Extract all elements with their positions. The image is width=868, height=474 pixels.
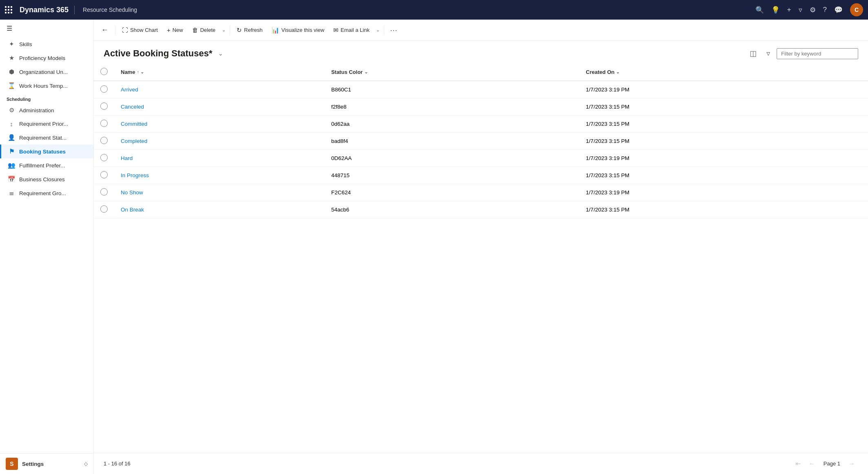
email-dropdown-icon[interactable]: ⌄ — [374, 26, 381, 34]
row-created-on-cell: 1/7/2023 3:15 PM — [579, 167, 868, 184]
content-area: ← ⛶ Show Chart + New 🗑 Delete ⌄ ↻ Refres… — [94, 20, 868, 474]
req-groups-icon: ≣ — [8, 189, 15, 197]
list-title-chevron[interactable]: ⌄ — [218, 50, 223, 57]
help-icon[interactable]: ? — [823, 6, 827, 14]
row-name-link[interactable]: In Progress — [121, 172, 149, 178]
next-page-button[interactable]: → — [845, 458, 858, 469]
sidebar-item-work-hours-templates[interactable]: ⌛ Work Hours Temp... — [0, 79, 93, 93]
row-name-link[interactable]: No Show — [121, 189, 143, 196]
row-select-circle[interactable] — [100, 120, 108, 127]
table-row: In Progress 448715 1/7/2023 3:15 PM — [94, 167, 868, 184]
scheduling-section-label: Scheduling — [0, 93, 93, 103]
row-select-cell[interactable] — [94, 98, 114, 116]
visualize-icon: 📊 — [272, 27, 279, 34]
col-header-created-on[interactable]: Created On ⌄ — [579, 64, 868, 81]
row-name-link[interactable]: Hard — [121, 155, 133, 161]
created-on-sort-icon: ⌄ — [616, 69, 620, 75]
sidebar-item-administration[interactable]: ⚙ Administration — [0, 103, 93, 117]
row-name-link[interactable]: Canceled — [121, 104, 144, 110]
row-status-color-cell: f2f8e8 — [325, 98, 579, 116]
prev-page-button[interactable]: ← — [806, 458, 819, 469]
sidebar-header[interactable]: ☰ — [0, 20, 93, 37]
row-select-cell[interactable] — [94, 116, 114, 133]
sidebar-bottom[interactable]: S Settings ◇ — [0, 453, 93, 474]
row-select-cell[interactable] — [94, 201, 114, 218]
row-select-circle[interactable] — [100, 85, 108, 93]
more-actions-icon[interactable]: ⋯ — [387, 24, 401, 36]
select-all-circle[interactable] — [100, 68, 108, 75]
row-name-link[interactable]: Completed — [121, 138, 147, 144]
add-icon[interactable]: + — [787, 6, 791, 14]
row-select-cell[interactable] — [94, 81, 114, 98]
row-select-cell[interactable] — [94, 150, 114, 167]
show-chart-icon: ⛶ — [122, 27, 128, 33]
lightbulb-icon[interactable]: 💡 — [771, 6, 780, 14]
row-select-circle[interactable] — [100, 154, 108, 161]
sidebar-item-requirement-groups[interactable]: ≣ Requirement Gro... — [0, 186, 93, 200]
row-name-cell: On Break — [114, 201, 325, 218]
row-created-on-cell: 1/7/2023 3:19 PM — [579, 150, 868, 167]
filter-icon[interactable]: ▿ — [799, 6, 802, 14]
row-select-circle[interactable] — [100, 102, 108, 110]
row-name-link[interactable]: Committed — [121, 121, 147, 127]
row-status-color-cell: 54acb6 — [325, 201, 579, 218]
row-select-cell[interactable] — [94, 184, 114, 201]
toolbar-divider-3 — [384, 25, 384, 35]
table-row: Hard 0D62AA 1/7/2023 3:19 PM — [94, 150, 868, 167]
show-chart-button[interactable]: ⛶ Show Chart — [118, 24, 162, 36]
col-header-name[interactable]: Name ↑ ⌄ — [114, 64, 325, 81]
user-avatar[interactable]: C — [850, 3, 863, 16]
waffle-icon[interactable] — [5, 6, 12, 13]
chat-icon[interactable]: 💬 — [834, 6, 843, 14]
sidebar-item-organizational-units[interactable]: ⬢ Organizational Un... — [0, 65, 93, 79]
sidebar-item-booking-statuses[interactable]: ⚑ Booking Statuses — [0, 145, 93, 158]
grid-view-button[interactable]: ◫ — [746, 47, 760, 60]
delete-dropdown-icon[interactable]: ⌄ — [220, 26, 227, 34]
row-name-link[interactable]: Arrived — [121, 87, 138, 93]
hamburger-icon[interactable]: ☰ — [7, 24, 12, 32]
sidebar-item-requirement-statuses[interactable]: 👤 Requirement Stat... — [0, 131, 93, 145]
row-created-on-cell: 1/7/2023 3:15 PM — [579, 133, 868, 150]
booking-status-icon: ⚑ — [8, 148, 15, 155]
fulfillment-icon: 👥 — [8, 162, 15, 169]
data-table: Name ↑ ⌄ Status Color ⌄ — [94, 64, 868, 218]
email-link-button[interactable]: ✉ Email a Link — [329, 24, 374, 36]
table-header: Name ↑ ⌄ Status Color ⌄ — [94, 64, 868, 81]
top-nav: Dynamics 365 Resource Scheduling 🔍 💡 + ▿… — [0, 0, 868, 20]
row-select-circle[interactable] — [100, 171, 108, 178]
settings-avatar: S — [6, 458, 18, 470]
sidebar-item-business-closures[interactable]: 📅 Business Closures — [0, 172, 93, 186]
refresh-icon: ↻ — [237, 27, 242, 34]
row-select-circle[interactable] — [100, 205, 108, 213]
sidebar-item-skills[interactable]: ✦ Skills — [0, 37, 93, 51]
row-select-cell[interactable] — [94, 133, 114, 150]
sidebar-item-proficiency-models[interactable]: ★ Proficiency Models — [0, 51, 93, 65]
sidebar-item-fulfillment-preferences[interactable]: 👥 Fulfillment Prefer... — [0, 158, 93, 172]
sidebar-item-requirement-priorities[interactable]: ↕ Requirement Prior... — [0, 117, 93, 131]
back-button[interactable]: ← — [97, 23, 113, 37]
row-select-circle[interactable] — [100, 188, 108, 196]
settings-chevron: ◇ — [84, 461, 88, 467]
row-name-cell: Hard — [114, 150, 325, 167]
pagination: 1 - 16 of 16 ⇤ ← Page 1 → — [94, 453, 868, 474]
row-status-color-cell: F2C624 — [325, 184, 579, 201]
row-select-circle[interactable] — [100, 137, 108, 144]
filter-input[interactable] — [777, 48, 858, 59]
search-icon[interactable]: 🔍 — [755, 6, 764, 14]
delete-button[interactable]: 🗑 Delete — [188, 24, 220, 36]
col-header-status-color[interactable]: Status Color ⌄ — [325, 64, 579, 81]
first-page-button[interactable]: ⇤ — [792, 458, 804, 469]
row-status-color-cell: bad8f4 — [325, 133, 579, 150]
row-select-cell[interactable] — [94, 167, 114, 184]
settings-label: Settings — [22, 461, 44, 467]
select-all-header[interactable] — [94, 64, 114, 81]
refresh-button[interactable]: ↻ Refresh — [232, 24, 267, 36]
filter-button[interactable]: ▿ — [763, 47, 773, 60]
req-priority-icon: ↕ — [8, 120, 15, 127]
visualize-button[interactable]: 📊 Visualize this view — [268, 24, 328, 36]
settings-icon[interactable]: ⚙ — [810, 6, 816, 14]
row-name-link[interactable]: On Break — [121, 207, 144, 213]
toolbar-divider-1 — [115, 25, 115, 35]
table-row: Canceled f2f8e8 1/7/2023 3:15 PM — [94, 98, 868, 116]
new-button[interactable]: + New — [163, 24, 187, 36]
